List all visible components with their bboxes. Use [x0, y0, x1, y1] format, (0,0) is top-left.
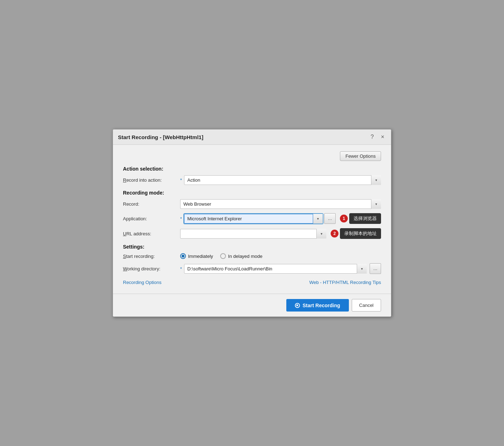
record-into-select[interactable]: Action — [184, 175, 381, 185]
url-label: URL address: — [123, 231, 180, 236]
recording-mode-title: Recording mode: — [123, 190, 381, 196]
delayed-mode-label: In delayed mode — [228, 254, 262, 259]
tooltip-1: 1 选择浏览器 — [338, 213, 381, 224]
delayed-mode-radio-option[interactable]: In delayed mode — [220, 253, 262, 259]
immediately-radio-option[interactable]: Immediately — [180, 253, 213, 259]
dialog-body: Fewer Options Action selection: Record i… — [113, 145, 391, 294]
application-browse-button[interactable]: … — [324, 213, 336, 224]
immediately-radio-dot — [182, 255, 184, 258]
start-recording-icon — [295, 303, 300, 308]
tooltip-badge-1: 1 — [340, 215, 348, 222]
fewer-options-button[interactable]: Fewer Options — [340, 151, 381, 161]
recording-options-link[interactable]: Recording Options — [123, 280, 162, 285]
fewer-options-row: Fewer Options — [123, 151, 381, 161]
url-select-wrapper: ▾ — [180, 229, 326, 239]
titlebar-buttons: ? × — [369, 133, 386, 141]
tooltip-badge-2: 2 — [331, 230, 339, 237]
delayed-mode-radio-circle — [220, 253, 226, 259]
immediately-label: Immediately — [188, 254, 213, 259]
record-select-wrapper: Web Browser ▾ — [180, 199, 381, 209]
settings-title: Settings: — [123, 244, 381, 250]
main-dialog: Start Recording - [WebHttpHtml1] ? × Few… — [113, 129, 391, 317]
links-row: Recording Options Web - HTTP/HTML Record… — [123, 280, 381, 285]
required-star-workdir: * — [180, 266, 182, 271]
record-into-action-row: Record into action: * Action ▾ — [123, 175, 381, 185]
application-label: Application: — [123, 216, 180, 221]
url-address-row: URL address: ▾ 2 录制脚本的地址 — [123, 228, 381, 239]
working-dir-select-wrapper: D:\software\Micro Focus\LoadRunner\Bin ▾ — [184, 264, 367, 274]
url-input[interactable] — [180, 229, 326, 239]
dialog-footer: Start Recording Cancel — [113, 294, 391, 317]
close-button[interactable]: × — [379, 133, 386, 141]
working-dir-row: Working directory: * D:\software\Micro F… — [123, 263, 381, 274]
tooltip-box-1: 选择浏览器 — [349, 213, 381, 224]
action-selection-title: Action selection: — [123, 166, 381, 172]
record-into-label: Record into action: — [123, 177, 180, 183]
dialog-title: Start Recording - [WebHttpHtml1] — [118, 134, 203, 140]
cancel-button[interactable]: Cancel — [352, 299, 381, 312]
start-recording-radio-group: Immediately In delayed mode — [180, 253, 381, 259]
working-dir-label: Working directory: — [123, 266, 180, 271]
record-into-label-text: Record into action: — [123, 177, 162, 183]
working-dir-wrapper: D:\software\Micro Focus\LoadRunner\Bin ▾… — [184, 263, 381, 274]
start-recording-icon-dot — [296, 304, 298, 306]
start-recording-button-label: Start Recording — [303, 303, 340, 308]
start-recording-button[interactable]: Start Recording — [286, 299, 349, 312]
help-button[interactable]: ? — [369, 133, 376, 141]
start-recording-label: Start recording: — [123, 254, 180, 259]
start-recording-row: Start recording: Immediately In delayed … — [123, 253, 381, 259]
application-select[interactable]: Microsoft Internet Explorer — [184, 214, 323, 224]
record-into-select-wrapper: Action ▾ — [184, 175, 381, 185]
application-row: Application: * Microsoft Internet Explor… — [123, 213, 381, 224]
title-bar: Start Recording - [WebHttpHtml1] ? × — [113, 129, 391, 145]
required-star-action: * — [180, 177, 182, 183]
working-dir-select[interactable]: D:\software\Micro Focus\LoadRunner\Bin — [184, 264, 367, 274]
recording-tips-link[interactable]: Web - HTTP/HTML Recording Tips — [309, 280, 381, 285]
record-label: Record: — [123, 201, 180, 207]
record-select[interactable]: Web Browser — [180, 199, 381, 209]
tooltip-2: 2 录制脚本的地址 — [328, 228, 381, 239]
working-dir-browse-button[interactable]: … — [370, 263, 381, 274]
tooltip-box-2: 录制脚本的地址 — [340, 228, 381, 239]
application-select-wrapper: Microsoft Internet Explorer ▾ — [184, 214, 323, 224]
record-row: Record: Web Browser ▾ — [123, 199, 381, 209]
required-star-app: * — [180, 216, 182, 221]
immediately-radio-circle — [180, 253, 186, 259]
